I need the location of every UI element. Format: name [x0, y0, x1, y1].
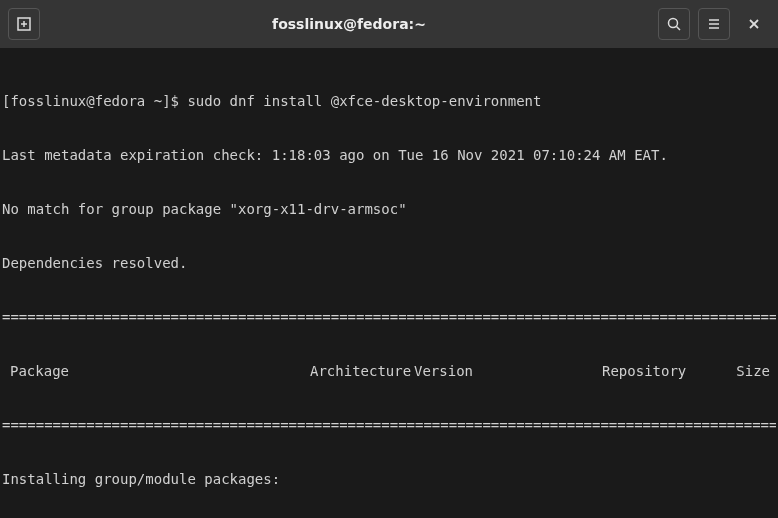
table-header: Package Architecture Version Repository …: [2, 362, 776, 380]
titlebar: fosslinux@fedora:~: [0, 0, 778, 48]
terminal-output[interactable]: [fosslinux@fedora ~]$ sudo dnf install @…: [0, 48, 778, 518]
col-header-architecture: Architecture: [310, 362, 414, 380]
divider: ========================================…: [2, 308, 776, 326]
window-title: fosslinux@fedora:~: [48, 16, 650, 32]
divider: ========================================…: [2, 416, 776, 434]
command: sudo dnf install @xfce-desktop-environme…: [187, 93, 541, 109]
prompt: [fosslinux@fedora ~]$: [2, 93, 187, 109]
close-button[interactable]: [738, 8, 770, 40]
output-line: Dependencies resolved.: [2, 254, 776, 272]
section-header: Installing group/module packages:: [2, 470, 776, 488]
col-header-size: Size: [700, 362, 772, 380]
hamburger-icon: [706, 16, 722, 32]
menu-button[interactable]: [698, 8, 730, 40]
new-tab-button[interactable]: [8, 8, 40, 40]
output-line: No match for group package "xorg-x11-drv…: [2, 200, 776, 218]
output-line: Last metadata expiration check: 1:18:03 …: [2, 146, 776, 164]
col-header-package: Package: [2, 362, 310, 380]
search-icon: [666, 16, 682, 32]
prompt-line: [fosslinux@fedora ~]$ sudo dnf install @…: [2, 92, 776, 110]
search-button[interactable]: [658, 8, 690, 40]
svg-point-3: [669, 19, 678, 28]
close-icon: [746, 16, 762, 32]
col-header-version: Version: [414, 362, 602, 380]
col-header-repository: Repository: [602, 362, 700, 380]
svg-line-4: [677, 27, 681, 31]
